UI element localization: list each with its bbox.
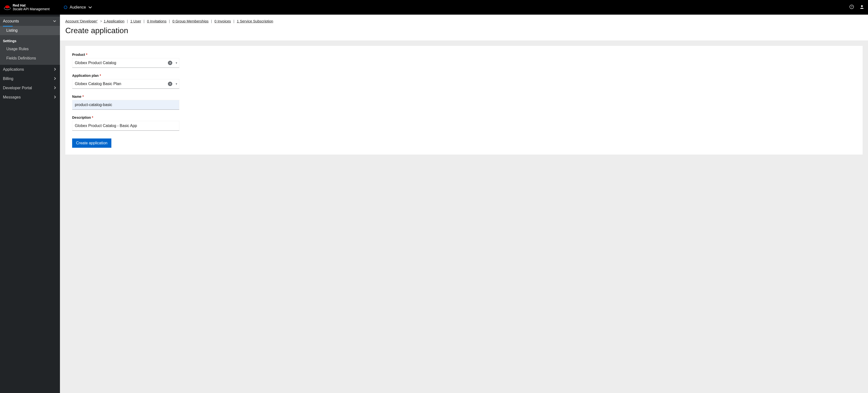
sidebar-subitem-listing[interactable]: Listing [0, 26, 60, 35]
sidebar-item-label: Listing [6, 28, 18, 32]
breadcrumb-item[interactable]: 1 Service Subscription [237, 19, 273, 23]
top-header: Red Hat 3scale API Management Audience ? [0, 0, 868, 14]
required-marker: * [92, 116, 93, 119]
form-card: Product* Globex Product Catalog ✕ ▾ Appl… [65, 46, 863, 155]
chevron-right-icon [54, 96, 56, 99]
chevron-right-icon [54, 68, 56, 71]
sidebar-item-label: Developer Portal [3, 86, 32, 90]
breadcrumb-sep: | [126, 19, 129, 23]
page-title: Create application [65, 26, 863, 35]
sidebar-item-accounts[interactable]: Accounts [0, 17, 60, 26]
caret-down-icon[interactable]: ▾ [176, 82, 177, 86]
caret-down-icon[interactable]: ▾ [176, 61, 177, 65]
header-actions: ? [849, 5, 864, 10]
breadcrumb: Account 'Developer' > 1 Application | 1 … [65, 19, 863, 23]
product-label: Product* [72, 53, 179, 57]
description-label: Description* [72, 116, 179, 119]
sidebar-item-label: Accounts [3, 19, 19, 23]
brand-line2: 3scale API Management [13, 7, 50, 11]
sidebar-item-label: Usage Rules [6, 47, 29, 51]
svg-point-5 [861, 5, 863, 7]
sidebar-item-label: Messages [3, 95, 21, 99]
breadcrumb-item[interactable]: 0 Group Memberships [172, 19, 208, 23]
product-select[interactable]: Globex Product Catalog ✕ ▾ [72, 58, 179, 68]
name-input[interactable] [72, 100, 179, 110]
breadcrumb-sep: | [143, 19, 146, 23]
form-row-product: Product* Globex Product Catalog ✕ ▾ [72, 53, 179, 68]
product-select-value: Globex Product Catalog [75, 61, 169, 65]
breadcrumb-sep: | [168, 19, 171, 23]
breadcrumb-item[interactable]: 0 Invitations [147, 19, 166, 23]
form-row-description: Description* [72, 116, 179, 131]
sidebar-item-label: Fields Definitions [6, 56, 36, 60]
redhat-fedora-icon [4, 5, 11, 10]
chevron-right-icon [54, 77, 56, 81]
breadcrumb-item[interactable]: 1 User [130, 19, 141, 23]
chevron-down-icon [89, 5, 92, 9]
plan-label: Application plan* [72, 73, 179, 78]
required-marker: * [86, 53, 87, 57]
form-row-name: Name* [72, 95, 179, 110]
clear-icon[interactable]: ✕ [168, 82, 172, 86]
sidebar-item-developer-portal[interactable]: Developer Portal [0, 83, 60, 93]
brand-line1: Red Hat [13, 4, 50, 7]
svg-text:?: ? [851, 5, 852, 8]
plan-select-value: Globex Catalog Basic Plan [75, 82, 169, 86]
description-input[interactable] [72, 121, 179, 131]
clear-icon[interactable]: ✕ [168, 61, 172, 65]
sidebar: Accounts Listing Settings Usage Rules Fi… [0, 14, 60, 393]
brand-logo[interactable]: Red Hat 3scale API Management [4, 4, 64, 11]
required-marker: * [100, 73, 101, 78]
sidebar-subitem-usage-rules[interactable]: Usage Rules [0, 44, 60, 54]
svg-point-2 [6, 5, 9, 7]
breadcrumb-sep: > [99, 19, 102, 23]
chevron-right-icon [54, 86, 56, 90]
plan-select[interactable]: Globex Catalog Basic Plan ✕ ▾ [72, 79, 179, 89]
help-icon[interactable]: ? [849, 5, 854, 10]
breadcrumb-item[interactable]: 1 Application [103, 19, 124, 23]
sidebar-item-label: Billing [3, 77, 13, 81]
user-icon[interactable] [860, 5, 864, 10]
name-label: Name* [72, 95, 179, 98]
context-switcher[interactable]: Audience [64, 5, 92, 9]
create-application-button[interactable]: Create application [72, 139, 111, 148]
sidebar-subitem-fields-definitions[interactable]: Fields Definitions [0, 54, 60, 63]
context-bullet-icon [64, 6, 67, 9]
breadcrumb-account[interactable]: Account 'Developer' [65, 19, 97, 23]
form-row-plan: Application plan* Globex Catalog Basic P… [72, 73, 179, 89]
main-content: Account 'Developer' > 1 Application | 1 … [60, 14, 868, 393]
sidebar-item-billing[interactable]: Billing [0, 74, 60, 83]
page-header: Account 'Developer' > 1 Application | 1 … [60, 14, 868, 40]
breadcrumb-item[interactable]: 0 Invoices [214, 19, 231, 23]
chevron-down-icon [53, 20, 56, 23]
sidebar-section-settings: Settings [0, 35, 60, 44]
sidebar-item-messages[interactable]: Messages [0, 93, 60, 102]
required-marker: * [82, 95, 84, 98]
sidebar-item-label: Applications [3, 67, 24, 72]
breadcrumb-sep: | [232, 19, 236, 23]
context-label: Audience [70, 5, 86, 9]
sidebar-item-applications[interactable]: Applications [0, 65, 60, 74]
breadcrumb-sep: | [210, 19, 213, 23]
